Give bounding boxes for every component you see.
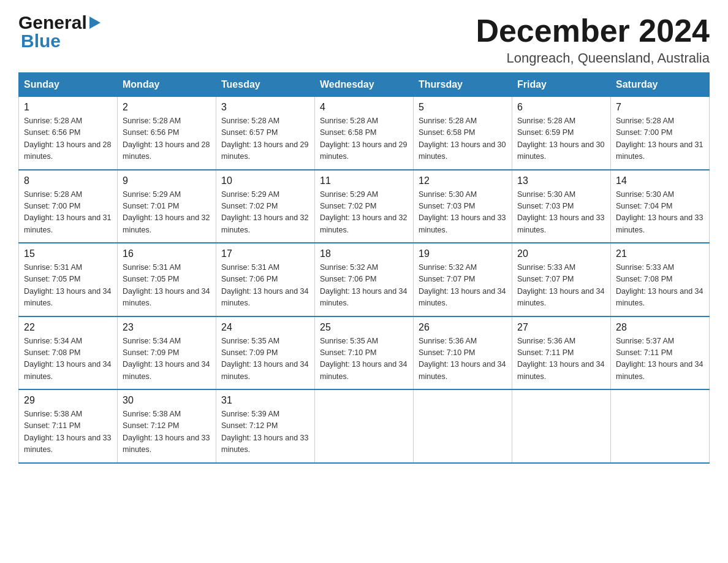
day-info: Sunrise: 5:31 AMSunset: 7:05 PMDaylight:…	[24, 262, 112, 310]
day-number: 20	[517, 248, 605, 259]
day-info: Sunrise: 5:37 AMSunset: 7:11 PMDaylight:…	[616, 335, 704, 383]
day-number: 1	[24, 102, 112, 113]
day-info: Sunrise: 5:36 AMSunset: 7:11 PMDaylight:…	[517, 335, 605, 383]
day-info: Sunrise: 5:28 AMSunset: 7:00 PMDaylight:…	[616, 115, 704, 163]
day-info: Sunrise: 5:30 AMSunset: 7:03 PMDaylight:…	[419, 189, 507, 237]
day-info: Sunrise: 5:28 AMSunset: 6:58 PMDaylight:…	[320, 115, 408, 163]
day-cell-26: 26Sunrise: 5:36 AMSunset: 7:10 PMDayligh…	[414, 316, 512, 390]
header-sunday: Sunday	[19, 73, 118, 97]
day-info: Sunrise: 5:35 AMSunset: 7:10 PMDaylight:…	[320, 335, 408, 383]
day-cell-8: 8Sunrise: 5:28 AMSunset: 7:00 PMDaylight…	[19, 170, 118, 243]
day-info: Sunrise: 5:31 AMSunset: 7:06 PMDaylight:…	[221, 262, 309, 310]
week-row-3: 15Sunrise: 5:31 AMSunset: 7:05 PMDayligh…	[19, 243, 710, 316]
day-number: 28	[616, 322, 704, 333]
logo: General Blue	[18, 12, 100, 52]
page-header: General Blue December 2024 Longreach, Qu…	[18, 12, 710, 66]
week-row-2: 8Sunrise: 5:28 AMSunset: 7:00 PMDaylight…	[19, 170, 710, 243]
day-number: 13	[517, 175, 605, 186]
day-cell-5: 5Sunrise: 5:28 AMSunset: 6:58 PMDaylight…	[414, 97, 512, 170]
day-number: 17	[221, 248, 309, 259]
day-number: 12	[419, 175, 507, 186]
day-cell-29: 29Sunrise: 5:38 AMSunset: 7:11 PMDayligh…	[19, 389, 118, 463]
week-row-5: 29Sunrise: 5:38 AMSunset: 7:11 PMDayligh…	[19, 389, 710, 463]
day-info: Sunrise: 5:30 AMSunset: 7:04 PMDaylight:…	[616, 189, 704, 237]
day-cell-1: 1Sunrise: 5:28 AMSunset: 6:56 PMDaylight…	[19, 97, 118, 170]
title-area: December 2024 Longreach, Queensland, Aus…	[476, 12, 710, 66]
day-cell-12: 12Sunrise: 5:30 AMSunset: 7:03 PMDayligh…	[414, 170, 512, 243]
day-info: Sunrise: 5:28 AMSunset: 6:57 PMDaylight:…	[221, 115, 309, 163]
day-info: Sunrise: 5:30 AMSunset: 7:03 PMDaylight:…	[517, 189, 605, 237]
empty-cell-w4-3	[315, 389, 414, 463]
header-friday: Friday	[512, 73, 611, 97]
day-cell-31: 31Sunrise: 5:39 AMSunset: 7:12 PMDayligh…	[216, 389, 315, 463]
day-cell-19: 19Sunrise: 5:32 AMSunset: 7:07 PMDayligh…	[414, 243, 512, 316]
day-cell-24: 24Sunrise: 5:35 AMSunset: 7:09 PMDayligh…	[216, 316, 315, 390]
empty-cell-w4-4	[414, 389, 512, 463]
day-info: Sunrise: 5:28 AMSunset: 6:59 PMDaylight:…	[517, 115, 605, 163]
day-cell-6: 6Sunrise: 5:28 AMSunset: 6:59 PMDaylight…	[512, 97, 611, 170]
day-info: Sunrise: 5:33 AMSunset: 7:08 PMDaylight:…	[616, 262, 704, 310]
day-number: 27	[517, 322, 605, 333]
header-wednesday: Wednesday	[315, 73, 414, 97]
day-number: 9	[123, 175, 211, 186]
day-cell-10: 10Sunrise: 5:29 AMSunset: 7:02 PMDayligh…	[216, 170, 315, 243]
day-number: 24	[221, 322, 309, 333]
day-cell-3: 3Sunrise: 5:28 AMSunset: 6:57 PMDaylight…	[216, 97, 315, 170]
empty-cell-w4-6	[611, 389, 710, 463]
day-info: Sunrise: 5:29 AMSunset: 7:02 PMDaylight:…	[221, 189, 309, 237]
day-number: 15	[24, 248, 112, 259]
month-title: December 2024	[476, 12, 710, 49]
day-number: 4	[320, 102, 408, 113]
day-cell-9: 9Sunrise: 5:29 AMSunset: 7:01 PMDaylight…	[118, 170, 216, 243]
day-number: 11	[320, 175, 408, 186]
day-info: Sunrise: 5:32 AMSunset: 7:06 PMDaylight:…	[320, 262, 408, 310]
day-cell-21: 21Sunrise: 5:33 AMSunset: 7:08 PMDayligh…	[611, 243, 710, 316]
day-number: 10	[221, 175, 309, 186]
day-number: 31	[221, 395, 309, 406]
day-number: 30	[123, 395, 211, 406]
day-cell-20: 20Sunrise: 5:33 AMSunset: 7:07 PMDayligh…	[512, 243, 611, 316]
day-info: Sunrise: 5:32 AMSunset: 7:07 PMDaylight:…	[419, 262, 507, 310]
day-info: Sunrise: 5:34 AMSunset: 7:08 PMDaylight:…	[24, 335, 112, 383]
day-info: Sunrise: 5:28 AMSunset: 7:00 PMDaylight:…	[24, 189, 112, 237]
logo-row2: Blue	[21, 31, 61, 52]
day-cell-25: 25Sunrise: 5:35 AMSunset: 7:10 PMDayligh…	[315, 316, 414, 390]
day-info: Sunrise: 5:29 AMSunset: 7:01 PMDaylight:…	[123, 189, 211, 237]
day-info: Sunrise: 5:35 AMSunset: 7:09 PMDaylight:…	[221, 335, 309, 383]
logo-general-word: General	[18, 12, 87, 33]
day-number: 22	[24, 322, 112, 333]
day-cell-16: 16Sunrise: 5:31 AMSunset: 7:05 PMDayligh…	[118, 243, 216, 316]
day-cell-2: 2Sunrise: 5:28 AMSunset: 6:56 PMDaylight…	[118, 97, 216, 170]
header-saturday: Saturday	[611, 73, 710, 97]
day-info: Sunrise: 5:31 AMSunset: 7:05 PMDaylight:…	[123, 262, 211, 310]
day-cell-17: 17Sunrise: 5:31 AMSunset: 7:06 PMDayligh…	[216, 243, 315, 316]
day-cell-14: 14Sunrise: 5:30 AMSunset: 7:04 PMDayligh…	[611, 170, 710, 243]
header-monday: Monday	[118, 73, 216, 97]
day-cell-15: 15Sunrise: 5:31 AMSunset: 7:05 PMDayligh…	[19, 243, 118, 316]
day-number: 25	[320, 322, 408, 333]
empty-cell-w4-5	[512, 389, 611, 463]
day-number: 3	[221, 102, 309, 113]
day-number: 14	[616, 175, 704, 186]
header-thursday: Thursday	[414, 73, 512, 97]
day-cell-4: 4Sunrise: 5:28 AMSunset: 6:58 PMDaylight…	[315, 97, 414, 170]
week-row-4: 22Sunrise: 5:34 AMSunset: 7:08 PMDayligh…	[19, 316, 710, 390]
day-info: Sunrise: 5:38 AMSunset: 7:11 PMDaylight:…	[24, 408, 112, 456]
header-tuesday: Tuesday	[216, 73, 315, 97]
day-number: 26	[419, 322, 507, 333]
day-info: Sunrise: 5:38 AMSunset: 7:12 PMDaylight:…	[123, 408, 211, 456]
day-number: 21	[616, 248, 704, 259]
day-number: 8	[24, 175, 112, 186]
day-number: 18	[320, 248, 408, 259]
day-cell-27: 27Sunrise: 5:36 AMSunset: 7:11 PMDayligh…	[512, 316, 611, 390]
day-cell-13: 13Sunrise: 5:30 AMSunset: 7:03 PMDayligh…	[512, 170, 611, 243]
day-cell-28: 28Sunrise: 5:37 AMSunset: 7:11 PMDayligh…	[611, 316, 710, 390]
day-info: Sunrise: 5:34 AMSunset: 7:09 PMDaylight:…	[123, 335, 211, 383]
day-cell-22: 22Sunrise: 5:34 AMSunset: 7:08 PMDayligh…	[19, 316, 118, 390]
day-number: 7	[616, 102, 704, 113]
logo-blue-word: Blue	[21, 31, 61, 51]
day-info: Sunrise: 5:39 AMSunset: 7:12 PMDaylight:…	[221, 408, 309, 456]
location-title: Longreach, Queensland, Australia	[476, 50, 710, 66]
day-number: 2	[123, 102, 211, 113]
day-cell-18: 18Sunrise: 5:32 AMSunset: 7:06 PMDayligh…	[315, 243, 414, 316]
